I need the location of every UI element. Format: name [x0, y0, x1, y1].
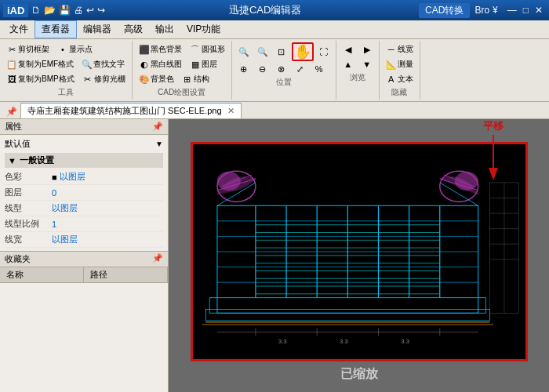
btn-arc-shape[interactable]: ⌒圆弧形	[187, 42, 228, 56]
toolbar-section-cad-settings: ⬛黑色背景 ⌒圆弧形 ◐黑白线图 ▦图层 🎨背景色 ⊞结构 CAD绘图设置	[133, 41, 232, 100]
favorites-table: 名称 路径	[0, 267, 168, 283]
minimize-button[interactable]: —	[504, 5, 520, 16]
toolbar-icon-new[interactable]: 🗋	[31, 5, 41, 16]
btn-cut-frame[interactable]: ✂剪切框架	[3, 42, 53, 56]
hide-label: 隐藏	[383, 87, 416, 98]
properties-pin[interactable]: 📌	[152, 122, 163, 132]
point-icon: •	[57, 44, 68, 55]
toolbar-icon-save[interactable]: 💾	[59, 5, 71, 16]
layer-value[interactable]: 0	[52, 188, 163, 198]
maximize-button[interactable]: □	[520, 5, 532, 16]
btn-zoom2-in[interactable]: ⊕	[235, 62, 253, 76]
prop-row-color: 色彩 ■ 以图层	[5, 169, 163, 185]
cut-frame-icon: ✂	[6, 44, 17, 55]
btn-next[interactable]: ▶	[358, 42, 376, 56]
menu-file[interactable]: 文件	[3, 21, 35, 38]
btn-text[interactable]: A文本	[383, 72, 416, 86]
btn-zoom2-out[interactable]: ⊖	[254, 62, 271, 76]
btn-measure[interactable]: 📐测量	[383, 57, 416, 71]
tools-label: 工具	[3, 87, 129, 98]
tab-bar: 📌 寺庙主厢套建筑建筑结构施工图山门 SEC-ELE.png ✕	[0, 102, 549, 119]
btn-find-text[interactable]: 🔍查找文字	[78, 57, 128, 71]
close-button[interactable]: ✕	[532, 5, 546, 16]
btn-copy-emf[interactable]: 📋复制为EMF格式	[3, 57, 77, 71]
black-bg-icon: ⬛	[139, 44, 150, 55]
svg-marker-1	[489, 168, 498, 180]
svg-text:3.3: 3.3	[278, 338, 286, 345]
btn-layer[interactable]: ▦图层	[187, 57, 220, 71]
position-label: 位置	[235, 77, 333, 88]
currency-icon: ¥	[493, 5, 498, 16]
toolbar: ✂剪切框架 •显示点 📋复制为EMF格式 🔍查找文字 🖼复制为BMP格式 ✂修剪…	[0, 39, 549, 102]
browse-label: 浏览	[340, 72, 376, 83]
btn-linewidth[interactable]: ─线宽	[383, 42, 416, 56]
color-value[interactable]: 以图层	[60, 171, 163, 183]
btn-bg-color[interactable]: 🎨背景色	[136, 72, 177, 86]
btn-zoom3[interactable]: ⊗	[273, 62, 290, 76]
pan-annotation-label: 平移	[483, 119, 504, 133]
svg-text:3.3: 3.3	[401, 338, 409, 345]
btn-trim-light[interactable]: ✂修剪光棚	[79, 72, 129, 86]
bg-color-icon: 🎨	[139, 74, 150, 85]
btn-prev[interactable]: ◀	[340, 42, 357, 56]
btn-extend[interactable]: ⤢	[292, 62, 309, 76]
menu-editor[interactable]: 编辑器	[77, 21, 118, 38]
btn-zoom-out[interactable]: 🔍	[254, 45, 271, 59]
btn-zoom-area[interactable]: ⊡	[273, 45, 290, 59]
cad-convert-button[interactable]: CAD转换	[419, 3, 470, 18]
bw-icon: ◐	[139, 59, 150, 70]
dropdown-arrow-icon[interactable]: ▼	[155, 140, 163, 148]
pan-icon: ✋	[297, 46, 308, 57]
linetype-value[interactable]: 以图层	[52, 202, 163, 214]
cad-canvas[interactable]: 3.3 3.3 3.3	[191, 142, 528, 361]
btn-up[interactable]: ▲	[340, 57, 357, 71]
tab-main-file[interactable]: 寺庙主厢套建筑建筑结构施工图山门 SEC-ELE.png ✕	[20, 103, 242, 118]
layer-label: 图层	[5, 187, 52, 198]
btn-down[interactable]: ▼	[358, 57, 376, 71]
linetype-label: 线型	[5, 202, 52, 214]
zoom-out-icon: 🔍	[257, 46, 268, 57]
zoom-in-icon: 🔍	[238, 46, 249, 57]
section-title-text: 一般设置	[20, 154, 54, 166]
tab-close-icon[interactable]: ✕	[227, 106, 235, 115]
toolbar-section-browse: ◀ ▶ ▲ ▼ 浏览	[336, 41, 380, 100]
menu-output[interactable]: 输出	[149, 21, 180, 38]
collapse-icon[interactable]: ▼	[8, 156, 16, 165]
btn-bw-drawing[interactable]: ◐黑白线图	[136, 57, 185, 71]
tab-label: 寺庙主厢套建筑建筑结构施工图山门 SEC-ELE.png	[27, 106, 222, 115]
menu-vip[interactable]: VIP功能	[180, 21, 227, 38]
toolbar-section-hide: ─线宽 📐测量 A文本 隐藏	[380, 41, 420, 100]
btn-pan[interactable]: ✋	[292, 42, 314, 61]
btn-black-bg[interactable]: ⬛黑色背景	[136, 42, 185, 56]
menu-bar: 文件 查看器 编辑器 高级 输出 VIP功能	[0, 20, 549, 39]
cad-drawing-svg: 3.3 3.3 3.3	[193, 144, 525, 359]
btn-fit[interactable]: ⛶	[315, 45, 333, 59]
toolbar-icon-open[interactable]: 📂	[44, 5, 56, 16]
btn-show-point[interactable]: •显示点	[54, 42, 96, 56]
menu-viewer[interactable]: 查看器	[35, 20, 77, 38]
btn-zoom-in[interactable]: 🔍	[235, 45, 253, 59]
btn-copy-bmp[interactable]: 🖼复制为BMP格式	[3, 72, 78, 86]
copy-emf-icon: 📋	[6, 59, 17, 70]
favorites-pin[interactable]: 📌	[152, 253, 163, 265]
arc-icon: ⌒	[190, 44, 201, 55]
find-text-icon: 🔍	[82, 59, 93, 70]
menu-advanced[interactable]: 高级	[118, 21, 149, 38]
main-content: 属性 📌 默认值 ▼ ▼ 一般设置 色彩 ■ 以图层 图层 0 线型	[0, 119, 549, 392]
fit-icon: ⛶	[318, 46, 329, 57]
btn-zoom-percent[interactable]: %	[311, 62, 328, 76]
arrow-down-svg	[485, 135, 501, 182]
structure-icon: ⊞	[182, 74, 193, 85]
linewidth-label: 线宽	[5, 234, 52, 245]
btn-structure[interactable]: ⊞结构	[179, 72, 213, 86]
linescale-value[interactable]: 1	[52, 220, 163, 229]
default-value-label: 默认值	[5, 138, 31, 150]
linewidth-value[interactable]: 以图层	[52, 234, 163, 245]
favorites-header: 收藏夹 📌	[0, 251, 168, 267]
app-logo: iAD	[3, 4, 28, 17]
toolbar-icon-print[interactable]: 🖨	[74, 5, 83, 16]
cad-settings-label: CAD绘图设置	[136, 87, 228, 98]
toolbar-icon-redo[interactable]: ↪	[97, 5, 105, 16]
toolbar-section-position: 🔍 🔍 ⊡ ✋ ⛶ ⊕ ⊖ ⊗ ⤢ % 位置	[232, 41, 336, 100]
toolbar-icon-undo[interactable]: ↩	[86, 5, 94, 16]
